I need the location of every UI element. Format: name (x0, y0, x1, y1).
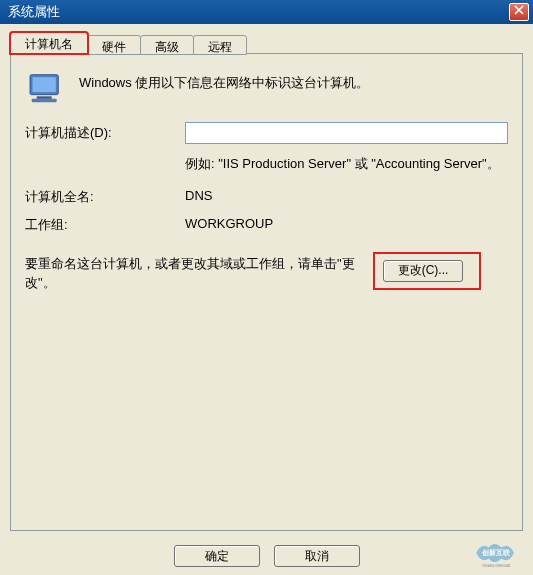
cancel-button[interactable]: 取消 (274, 545, 360, 567)
tabs: 计算机名 硬件 高级 远程 (10, 32, 523, 54)
change-button-highlight: 更改(C)... (375, 254, 479, 288)
tab-computer-name[interactable]: 计算机名 (10, 32, 88, 54)
tab-hardware[interactable]: 硬件 (87, 35, 141, 55)
dialog-body: 计算机名 硬件 高级 远程 Windows 使用以下信息在网络中标识这台计算机。… (0, 24, 533, 575)
svg-rect-2 (37, 96, 52, 99)
tab-panel: Windows 使用以下信息在网络中标识这台计算机。 计算机描述(D): 例如:… (10, 53, 523, 531)
svg-rect-3 (32, 99, 57, 102)
change-row: 要重命名这台计算机，或者更改其域或工作组，请单击"更改"。 更改(C)... (25, 254, 508, 293)
window-title: 系统属性 (8, 3, 60, 21)
workgroup-row: 工作组: WORKGROUP (25, 216, 508, 234)
intro-row: Windows 使用以下信息在网络中标识这台计算机。 (25, 68, 508, 108)
description-row: 计算机描述(D): (25, 122, 508, 144)
fullname-label: 计算机全名: (25, 188, 185, 206)
description-example: 例如: "IIS Production Server" 或 "Accountin… (185, 154, 508, 174)
tab-advanced[interactable]: 高级 (140, 35, 194, 55)
workgroup-label: 工作组: (25, 216, 185, 234)
titlebar: 系统属性 (0, 0, 533, 24)
computer-icon (25, 68, 65, 108)
description-label: 计算机描述(D): (25, 124, 185, 142)
change-button[interactable]: 更改(C)... (383, 260, 463, 282)
fullname-value: DNS (185, 188, 212, 206)
dialog-buttons: 确定 取消 (0, 545, 533, 567)
intro-text: Windows 使用以下信息在网络中标识这台计算机。 (79, 68, 369, 92)
change-description: 要重命名这台计算机，或者更改其域或工作组，请单击"更改"。 (25, 254, 355, 293)
fullname-row: 计算机全名: DNS (25, 188, 508, 206)
svg-rect-1 (33, 77, 56, 92)
workgroup-value: WORKGROUP (185, 216, 273, 234)
description-input[interactable] (185, 122, 508, 144)
tab-remote[interactable]: 远程 (193, 35, 247, 55)
ok-button[interactable]: 确定 (174, 545, 260, 567)
close-button[interactable] (509, 3, 529, 21)
